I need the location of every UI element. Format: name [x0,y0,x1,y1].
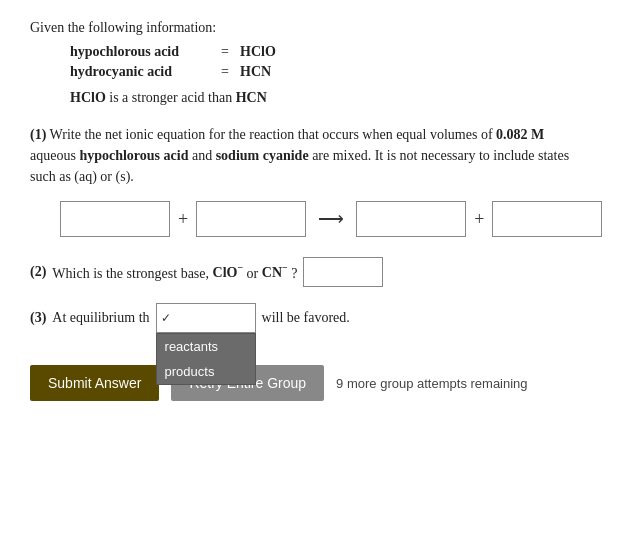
equation-row: + ⟶ + [60,201,587,237]
chem1-formula: HClO [240,44,276,60]
dropdown-container[interactable]: ✓ reactants products [156,303,256,333]
reactant-1-input[interactable] [60,201,170,237]
chem2-eq: = [210,64,240,80]
dropdown-option-products[interactable]: products [157,359,255,384]
chem-row-2: hydrocyanic acid = HCN [70,64,587,80]
chem1-name: hypochlorous acid [70,44,210,60]
question-1-section: (1) Write the net ionic equation for the… [30,124,587,237]
chem2-name: hydrocyanic acid [70,64,210,80]
given-info-section: Given the following information: hypochl… [30,20,587,106]
chem2-formula: HCN [240,64,271,80]
reactant-2-input[interactable] [196,201,306,237]
checkmark-icon: ✓ [161,311,171,326]
question-3-number: (3) [30,310,46,326]
submit-answer-button[interactable]: Submit Answer [30,365,159,401]
question-3-text-after: will be favored. [262,310,350,326]
plus-sign-1: + [178,206,188,233]
question-2-number: (2) [30,264,46,280]
product-1-input[interactable] [356,201,466,237]
dropdown-trigger[interactable]: ✓ [156,303,256,333]
footer-bar: Submit Answer Retry Entire Group 9 more … [30,353,587,401]
question-2-section: (2) Which is the strongest base, ClO− or… [30,257,587,287]
chem1-eq: = [210,44,240,60]
question-1-text: (1) Write the net ionic equation for the… [30,124,587,187]
question-3-text-before: At equilibrium th [52,310,149,326]
product-2-input[interactable] [492,201,602,237]
attempts-remaining-text: 9 more group attempts remaining [336,376,527,391]
stronger-acid-statement: HClO is a stronger acid than HCN [70,90,587,106]
dropdown-option-reactants[interactable]: reactants [157,334,255,359]
chemistry-table: hypochlorous acid = HClO hydrocyanic aci… [70,44,587,80]
strongest-base-input[interactable] [303,257,383,287]
given-info-label: Given the following information: [30,20,587,36]
reaction-arrow: ⟶ [318,206,344,233]
question-3-section: (3) At equilibrium th ✓ reactants produc… [30,303,587,333]
question-2-text: Which is the strongest base, ClO− or CN−… [52,263,297,282]
plus-sign-2: + [474,206,484,233]
dropdown-menu[interactable]: reactants products [156,333,256,385]
chem-row-1: hypochlorous acid = HClO [70,44,587,60]
